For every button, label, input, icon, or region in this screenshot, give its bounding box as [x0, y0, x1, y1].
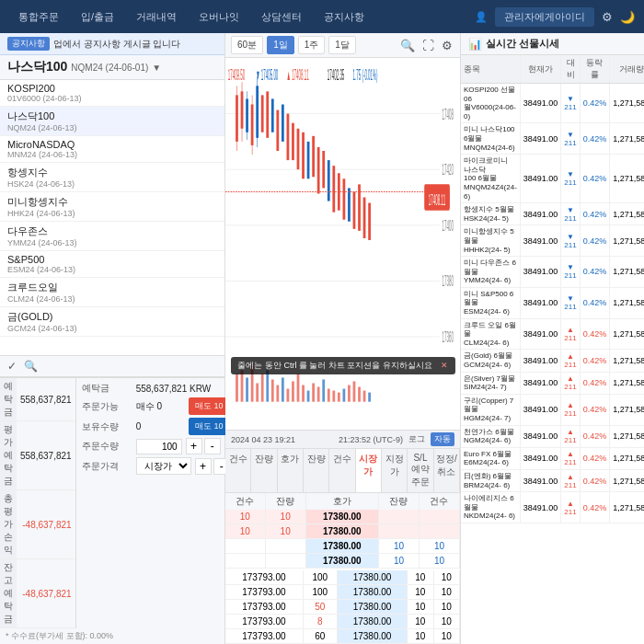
hold-max-btn[interactable]: 매도 10	[189, 418, 230, 435]
list-item[interactable]: 미니 나스닥100 6월물MNQM24(24-6) 38491.00 ▼ 211…	[461, 123, 644, 155]
list-item[interactable]: 다우존스 YMM24 (24-06-13)	[0, 222, 224, 251]
chart-date: 2024 04 23 19:21	[231, 435, 295, 444]
price-plus-btn[interactable]: +	[195, 458, 212, 475]
tab-vol2[interactable]: 잔량	[304, 449, 329, 492]
tab-order-qty[interactable]: 건수	[225, 449, 251, 492]
list-item[interactable]: 금(Gold) 6월물GCM24(24- 6) 38491.00 ▲ 211 0…	[461, 350, 644, 372]
tooltip-close-btn[interactable]: ✕	[441, 361, 448, 370]
list-item[interactable]: KOSPI200 01V6000 (24-06-13)	[0, 80, 224, 107]
rt-price: 38491.00	[520, 203, 561, 225]
svg-rect-30	[307, 142, 310, 178]
order-row-hold: 보유수량 0 매도 10	[82, 418, 230, 435]
price-type-select[interactable]: 시장가	[136, 457, 191, 475]
tab-market[interactable]: 시장가	[356, 449, 382, 492]
order-qty-input[interactable]	[136, 439, 182, 454]
list-item[interactable]: 미니항셍지수 HHK24 (24-06-13)	[0, 192, 224, 222]
nav-deposit[interactable]: 입/출금	[72, 6, 123, 28]
nav-support[interactable]: 상담센터	[252, 6, 311, 28]
nav-overnight[interactable]: 오버나잇	[190, 6, 248, 28]
list-item[interactable]: 日(엔화) 6월물BRM24(24- 6) 38491.00 ▲ 211 0.4…	[461, 469, 644, 491]
chart-fullscreen-icon[interactable]: ⛶	[420, 37, 436, 54]
list-item[interactable]: 나스닥100 NQM24 (24-06-13)	[0, 107, 224, 136]
stock-name: 미니항셍지수	[7, 195, 217, 209]
bid-vol2: 10	[379, 554, 420, 569]
svg-rect-53	[282, 377, 284, 401]
list-item[interactable]: S&P500 ESM24 (24-06-13)	[0, 251, 224, 278]
interval-1m-btn[interactable]: 1달	[328, 36, 356, 54]
stock-code: MNM24 (24-06-13)	[7, 150, 217, 159]
list-item[interactable]: 미니항셍지수 5월물HHHK2(24- 5) 38491.00 ▼ 211 0.…	[461, 225, 644, 257]
list-item[interactable]: 크루드오일 CLM24 (24-06-13)	[0, 278, 224, 307]
list-item[interactable]: 미니 다우존스 6월물YMM24(24- 6) 38491.00 ▼ 211 0…	[461, 257, 644, 288]
stock-name: MicroNASDAQ	[7, 139, 217, 150]
svg-text:17380: 17380	[443, 272, 454, 290]
rt-price: 38491.00	[520, 84, 561, 123]
interval-1d-btn[interactable]: 1일	[267, 36, 294, 54]
list-item[interactable]: 구리(Copper) 7월물HGM24(24- 7) 38491.00 ▲ 21…	[461, 394, 644, 425]
col-vol2: 잔량	[379, 493, 420, 510]
list-item[interactable]: 은(Silver) 7월물SIM24(24- 7) 38491.00 ▲ 211…	[461, 372, 644, 394]
check-icon[interactable]: ✓	[7, 360, 17, 373]
hold-label: 보유수량	[82, 420, 132, 433]
svg-rect-70	[368, 393, 371, 402]
list-item[interactable]: 항셍지수 5월물HSK24(24- 5) 38491.00 ▼ 211 0.42…	[461, 203, 644, 225]
nav-combined-order[interactable]: 통합주문	[9, 6, 68, 28]
rt-vol: 1,271,587	[610, 123, 644, 155]
search-icon[interactable]: 🔍	[24, 360, 38, 373]
tab-order-vol[interactable]: 잔량	[251, 449, 277, 492]
order-row-deposit: 예탁금 558,637,821 KRW	[82, 382, 230, 395]
buy-btn-group: 매도 10	[189, 397, 230, 415]
rt-pct: 0.42%	[580, 257, 610, 288]
tab-sl[interactable]: S/L예약주문	[408, 449, 433, 492]
right-panel: 📊 실시간 선물시세 종목 현재가 대비 등락률 거래량	[460, 33, 644, 644]
rt-diff: ▲ 211	[561, 469, 580, 491]
svg-rect-55	[292, 381, 294, 401]
order-price-label: 주문가격	[82, 460, 132, 473]
rt-pct: 0.42%	[580, 287, 610, 318]
chart-settings-icon[interactable]: ⚙	[440, 37, 454, 54]
order-row-qty: 주문수량 + -	[82, 438, 230, 454]
nav-history[interactable]: 거래내역	[127, 6, 186, 28]
ask-vol2	[265, 554, 305, 569]
main-content: 공지사항 업에서 공지사항 게시글 입니다 나스닥100 NQM24 (24-0…	[0, 33, 644, 644]
qty-plus-btn[interactable]: +	[186, 438, 202, 454]
rt-vol: 1,271,587	[610, 203, 644, 225]
rt-price: 38491.00	[520, 123, 561, 155]
tab-limit[interactable]: 지정가	[382, 449, 408, 492]
svg-rect-26	[287, 114, 290, 161]
chart-tooltip: 줄에는 동안 Ctrl 를 눌러 차트 포지션을 유지하실시요 ✕	[230, 357, 454, 374]
list-item[interactable]: 천연가스 6월물NGM24(24- 6) 38491.00 ▲ 211 0.42…	[461, 425, 644, 447]
user-button[interactable]: 관리자에게아이디	[495, 7, 594, 27]
list-item[interactable]: 크루드 오일 6월물CLM24(24- 6) 38491.00 ▲ 211 0.…	[461, 318, 644, 350]
list-item[interactable]: 금(GOLD) GCM24 (24-06-13)	[0, 307, 224, 337]
list-item[interactable]: MicroNASDAQ MNM24 (24-06-13)	[0, 136, 224, 163]
nav-notice[interactable]: 공지사항	[315, 6, 374, 28]
dropdown-icon[interactable]: ▼	[152, 63, 161, 73]
sell-max-btn[interactable]: 매도 10	[189, 397, 230, 415]
col-vol1: 잔량	[265, 493, 305, 510]
rt-stock-name: 미니 다우존스 6월물YMM24(24- 6)	[461, 257, 520, 288]
pr-mid: 17380.00	[337, 629, 407, 644]
list-item[interactable]: 미니 S&P500 6월물ESM24(24- 6) 38491.00 ▼ 211…	[461, 287, 644, 318]
stock-name: 나스닥100	[7, 109, 217, 123]
list-item[interactable]: 항셍지수 HSK24 (24-06-13)	[0, 163, 224, 192]
list-item[interactable]: KOSPI200 선물 06월V6000(24-06-0) 38491.00 ▼…	[461, 84, 644, 123]
chart-zoom-icon[interactable]: 🔍	[398, 37, 417, 54]
tab-price[interactable]: 호가	[278, 449, 304, 492]
ask-qty2	[225, 554, 265, 569]
ask-vol	[265, 539, 305, 554]
list-item[interactable]: Euro FX 6월물E6M24(24- 6) 38491.00 ▲ 211 0…	[461, 447, 644, 469]
interval-60m-btn[interactable]: 60분	[231, 36, 263, 54]
moon-icon[interactable]: 🌙	[620, 10, 635, 24]
qty-minus-btn[interactable]: -	[204, 438, 221, 454]
sell-qty1: 10	[225, 510, 265, 524]
list-item[interactable]: 나이에리지스 6월물NKDM24(24- 6) 38491.00 ▲ 211 0…	[461, 492, 644, 523]
gear-icon[interactable]: ⚙	[602, 10, 613, 24]
interval-1w-btn[interactable]: 1주	[298, 36, 326, 54]
tab-modify[interactable]: 정정/취소	[434, 449, 460, 492]
pr-qty: 8	[303, 615, 337, 629]
stock-code: HHK24 (24-06-13)	[7, 209, 217, 218]
list-item[interactable]: 마이크로미니 나스닥100 6월물MNQM24Z4(24- 6) 38491.0…	[461, 155, 644, 203]
rt-stock-name: 나이에리지스 6월물NKDM24(24- 6)	[461, 492, 520, 523]
tab-qty2[interactable]: 건수	[329, 449, 355, 492]
